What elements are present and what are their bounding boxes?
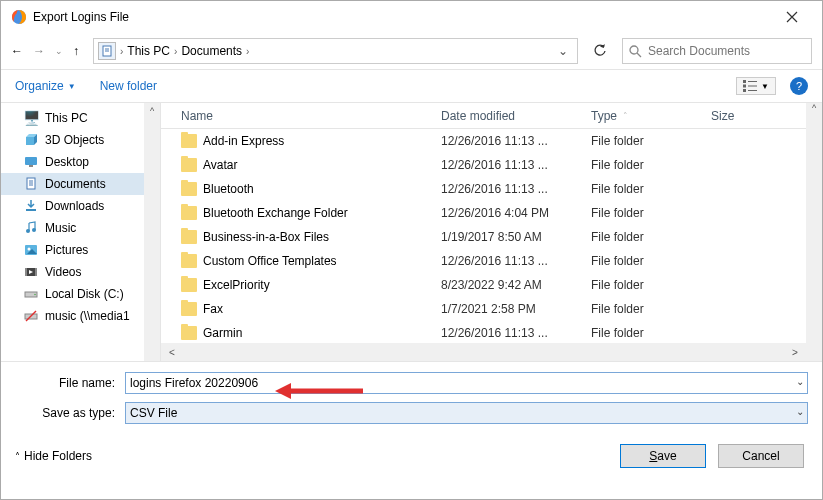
file-type: File folder <box>591 302 711 316</box>
file-type: File folder <box>591 182 711 196</box>
file-rows: Add-in Express12/26/2016 11:13 ...File f… <box>161 129 806 343</box>
toolbar: Organize ▼ New folder ▼ ? <box>1 69 822 103</box>
svg-rect-16 <box>29 165 33 167</box>
file-name: Bluetooth Exchange Folder <box>203 206 348 220</box>
network-drive-disconnected-icon <box>23 308 39 324</box>
table-row[interactable]: Business-in-a-Box Files1/19/2017 8:50 AM… <box>161 225 806 249</box>
view-options-button[interactable]: ▼ <box>736 77 776 95</box>
3d-objects-icon <box>23 132 39 148</box>
sidebar-item-network-drive[interactable]: music (\\media1 <box>1 305 160 327</box>
forward-button[interactable]: → <box>33 44 45 58</box>
nav-bar: ← → ⌄ ↑ › This PC › Documents › ⌄ Search… <box>1 33 822 69</box>
vertical-scrollbar[interactable]: ^ <box>806 103 822 361</box>
file-date: 12/26/2016 11:13 ... <box>441 254 591 268</box>
table-row[interactable]: Fax1/7/2021 2:58 PMFile folder <box>161 297 806 321</box>
sidebar-item-pictures[interactable]: Pictures <box>1 239 160 261</box>
sidebar-scrollbar[interactable]: ^ <box>144 103 160 361</box>
table-row[interactable]: Bluetooth12/26/2016 11:13 ...File folder <box>161 177 806 201</box>
documents-glyph-icon <box>98 42 116 60</box>
file-type: File folder <box>591 254 711 268</box>
scroll-right-icon[interactable]: > <box>788 347 802 358</box>
filename-dropdown-icon[interactable]: ⌄ <box>796 376 804 387</box>
file-name: Business-in-a-Box Files <box>203 230 329 244</box>
address-dropdown[interactable]: ⌄ <box>553 44 573 58</box>
sidebar-item-documents[interactable]: Documents <box>1 173 160 195</box>
breadcrumb-this-pc[interactable]: This PC <box>127 44 170 58</box>
sidebar-item-desktop[interactable]: Desktop <box>1 151 160 173</box>
file-name: Custom Office Templates <box>203 254 337 268</box>
column-type[interactable]: Type˄ <box>591 109 711 123</box>
title-bar: Export Logins File <box>1 1 822 33</box>
file-name: Add-in Express <box>203 134 284 148</box>
save-button[interactable]: Save <box>620 444 706 468</box>
svg-rect-15 <box>25 157 37 165</box>
saveastype-dropdown-icon[interactable]: ⌄ <box>796 406 804 417</box>
chevron-right-icon: › <box>174 46 177 57</box>
file-name: Fax <box>203 302 223 316</box>
nav-arrows: ← → ⌄ ↑ <box>11 44 79 58</box>
sidebar-item-downloads[interactable]: Downloads <box>1 195 160 217</box>
videos-icon <box>23 264 39 280</box>
breadcrumb-documents[interactable]: Documents <box>181 44 242 58</box>
sidebar-item-music[interactable]: Music <box>1 217 160 239</box>
table-row[interactable]: Custom Office Templates12/26/2016 11:13 … <box>161 249 806 273</box>
new-folder-button[interactable]: New folder <box>100 79 157 93</box>
table-row[interactable]: Add-in Express12/26/2016 11:13 ...File f… <box>161 129 806 153</box>
up-button[interactable]: ↑ <box>73 44 79 58</box>
table-row[interactable]: Garmin12/26/2016 11:13 ...File folder <box>161 321 806 343</box>
table-row[interactable]: ExcelPriority8/23/2022 9:42 AMFile folde… <box>161 273 806 297</box>
folder-icon <box>181 134 197 148</box>
navigation-pane: ^ 🖥️ This PC 3D Objects Desktop Document… <box>1 103 161 361</box>
column-date[interactable]: Date modified <box>441 109 591 123</box>
sidebar-item-this-pc[interactable]: 🖥️ This PC <box>1 107 160 129</box>
horizontal-scrollbar[interactable]: < > <box>161 343 806 361</box>
folder-icon <box>181 158 197 172</box>
window-title: Export Logins File <box>33 10 772 24</box>
close-button[interactable] <box>772 3 812 31</box>
sidebar-item-videos[interactable]: Videos <box>1 261 160 283</box>
file-date: 8/23/2022 9:42 AM <box>441 278 591 292</box>
refresh-button[interactable] <box>586 38 614 64</box>
svg-point-4 <box>630 46 638 54</box>
svg-rect-21 <box>26 209 36 211</box>
column-size[interactable]: Size <box>711 109 801 123</box>
file-list-pane: Name Date modified Type˄ Size Add-in Exp… <box>161 103 806 361</box>
dialog-footer: ˄ Hide Folders Save Cancel <box>1 432 822 468</box>
hide-folders-button[interactable]: ˄ Hide Folders <box>15 449 92 463</box>
search-input[interactable]: Search Documents <box>622 38 812 64</box>
svg-rect-11 <box>748 90 757 91</box>
folder-icon <box>181 182 197 196</box>
scroll-left-icon[interactable]: < <box>165 347 179 358</box>
address-bar[interactable]: › This PC › Documents › ⌄ <box>93 38 578 64</box>
svg-rect-9 <box>748 86 757 87</box>
column-name[interactable]: Name <box>181 109 441 123</box>
file-type: File folder <box>591 326 711 340</box>
folder-icon <box>181 230 197 244</box>
table-row[interactable]: Bluetooth Exchange Folder12/26/2016 4:04… <box>161 201 806 225</box>
chevron-down-icon: ▼ <box>761 82 769 91</box>
chevron-right-icon: › <box>120 46 123 57</box>
cancel-button[interactable]: Cancel <box>718 444 804 468</box>
organize-button[interactable]: Organize ▼ <box>15 79 76 93</box>
svg-rect-8 <box>743 85 746 88</box>
saveastype-select[interactable]: CSV File <box>125 402 808 424</box>
sidebar-item-local-disk[interactable]: Local Disk (C:) <box>1 283 160 305</box>
svg-rect-12 <box>26 137 34 145</box>
svg-rect-10 <box>743 89 746 92</box>
sort-indicator-icon: ˄ <box>623 111 628 121</box>
chevron-down-icon: ▼ <box>68 82 76 91</box>
file-date: 12/26/2016 11:13 ... <box>441 182 591 196</box>
search-icon <box>629 45 642 58</box>
recent-locations-button[interactable]: ⌄ <box>55 46 63 56</box>
file-date: 1/7/2021 2:58 PM <box>441 302 591 316</box>
back-button[interactable]: ← <box>11 44 23 58</box>
table-row[interactable]: Avatar12/26/2016 11:13 ...File folder <box>161 153 806 177</box>
folder-icon <box>181 326 197 340</box>
filename-input[interactable] <box>125 372 808 394</box>
filename-label: File name: <box>15 376 125 390</box>
help-button[interactable]: ? <box>790 77 808 95</box>
file-type: File folder <box>591 278 711 292</box>
svg-rect-6 <box>743 80 746 83</box>
sidebar-item-3d-objects[interactable]: 3D Objects <box>1 129 160 151</box>
desktop-icon <box>23 154 39 170</box>
